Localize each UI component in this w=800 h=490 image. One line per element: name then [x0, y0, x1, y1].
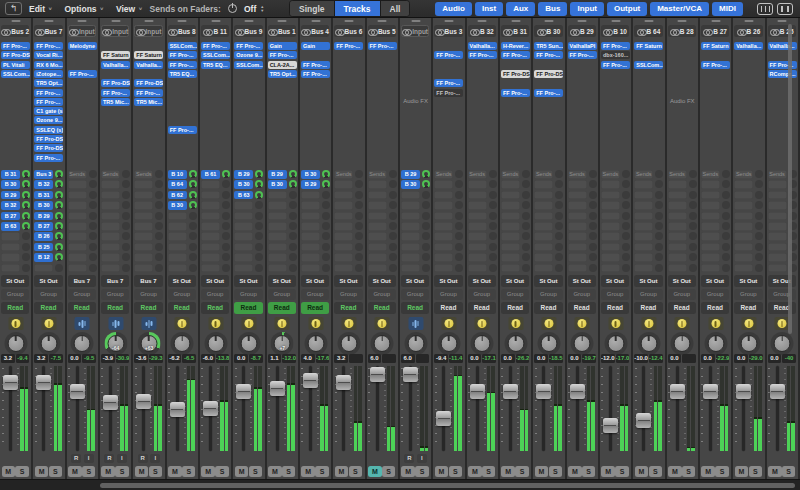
- plugin-slot[interactable]: FF Pro-...: [434, 89, 463, 97]
- plugin-slot[interactable]: FF Pro-...: [468, 51, 497, 59]
- plugin-slot[interactable]: H-Rever...: [501, 42, 530, 50]
- menu-view[interactable]: View∨: [116, 4, 143, 14]
- send-slot-empty[interactable]: [334, 243, 353, 252]
- plugin-slot[interactable]: FF Pro-...: [501, 89, 530, 97]
- send-slot-empty[interactable]: [101, 201, 120, 210]
- send-slot-empty[interactable]: [634, 232, 653, 241]
- send-slot-empty[interactable]: [101, 253, 120, 262]
- send-level-knob[interactable]: [55, 253, 63, 261]
- pan-knob[interactable]: [537, 332, 560, 355]
- peak-value[interactable]: -22.9: [716, 354, 730, 363]
- peak-value[interactable]: -9.4: [16, 354, 30, 363]
- send-slot-empty[interactable]: [301, 232, 320, 241]
- strip-name-header[interactable]: Input: [134, 25, 162, 37]
- send-slot-empty[interactable]: [334, 264, 353, 273]
- send-slot-empty[interactable]: [601, 232, 620, 241]
- plugin-slot[interactable]: FF Pro-...: [1, 42, 30, 50]
- fader-cap[interactable]: [370, 367, 385, 382]
- pan-knob[interactable]: +7: [271, 332, 294, 355]
- peak-value[interactable]: -6.5: [182, 354, 196, 363]
- solo-button[interactable]: S: [649, 466, 663, 477]
- send-slot-empty[interactable]: [434, 201, 453, 210]
- pan-knob[interactable]: [671, 332, 694, 355]
- send-slot-empty[interactable]: [101, 222, 120, 231]
- menu-edit[interactable]: Edit∨: [29, 4, 52, 14]
- strip-name-header[interactable]: Bus 4: [301, 25, 329, 37]
- pan-knob[interactable]: +63: [137, 332, 160, 355]
- output-slot[interactable]: St Out: [601, 275, 629, 287]
- pan-knob[interactable]: [404, 332, 427, 355]
- send-slot-empty[interactable]: [568, 201, 587, 210]
- send-slot-empty[interactable]: [701, 243, 720, 252]
- mute-button[interactable]: M: [268, 466, 282, 477]
- send-slot[interactable]: B 27: [34, 222, 53, 231]
- send-slot-empty[interactable]: [401, 253, 420, 262]
- send-slot-empty[interactable]: Sends: [701, 170, 720, 179]
- mute-button[interactable]: M: [301, 466, 315, 477]
- automation-mode[interactable]: Read: [334, 302, 362, 314]
- send-slot-empty[interactable]: Sends: [101, 170, 120, 179]
- strip-name-header[interactable]: Bus 1: [268, 25, 296, 37]
- strip-name-header[interactable]: Bus 2: [1, 25, 29, 37]
- send-slot[interactable]: B 30: [234, 180, 253, 189]
- peak-value[interactable]: -40: [782, 354, 796, 363]
- send-slot-empty[interactable]: [668, 222, 687, 231]
- send-slot-empty[interactable]: [468, 180, 487, 189]
- fader-cap[interactable]: [203, 401, 218, 416]
- solo-button[interactable]: S: [15, 466, 29, 477]
- filter-input[interactable]: Input: [570, 2, 604, 16]
- plugin-slot[interactable]: FF Pro-...: [168, 61, 197, 69]
- automation-mode[interactable]: Read: [168, 302, 196, 314]
- send-slot-empty[interactable]: [234, 232, 253, 241]
- send-slot-empty[interactable]: [601, 191, 620, 200]
- pan-knob[interactable]: [37, 332, 60, 355]
- fader-cap[interactable]: [36, 375, 51, 390]
- send-slot-empty[interactable]: [368, 191, 387, 200]
- volume-value[interactable]: 0.0: [234, 354, 248, 363]
- send-slot-empty[interactable]: [134, 191, 153, 200]
- send-slot-empty[interactable]: [768, 201, 787, 210]
- input-monitor-button[interactable]: I: [417, 454, 427, 463]
- send-slot-empty[interactable]: [701, 212, 720, 221]
- volume-value[interactable]: -9.4: [434, 354, 448, 363]
- audio-fx-placeholder[interactable]: Audio FX: [667, 98, 698, 104]
- send-slot-empty[interactable]: [434, 232, 453, 241]
- send-slot-empty[interactable]: [501, 201, 520, 210]
- pan-knob[interactable]: [771, 332, 794, 355]
- fader-cap[interactable]: [303, 373, 318, 388]
- automation-mode[interactable]: Read: [134, 302, 162, 314]
- send-slot-empty[interactable]: [134, 243, 153, 252]
- plugin-slot[interactable]: Gain: [268, 42, 297, 50]
- send-level-knob[interactable]: [322, 170, 330, 178]
- volume-value[interactable]: 6.0: [368, 354, 382, 363]
- plugin-slot[interactable]: SSLCom...: [234, 61, 263, 69]
- send-slot-empty[interactable]: [368, 253, 387, 262]
- record-enable-button[interactable]: R: [138, 454, 148, 463]
- mute-button[interactable]: M: [235, 466, 249, 477]
- plugin-slot[interactable]: FF Pro-...: [568, 51, 597, 59]
- send-slot-empty[interactable]: Sends: [368, 170, 387, 179]
- pan-knob[interactable]: [737, 332, 760, 355]
- plugin-slot[interactable]: Vocal Ri...: [34, 51, 63, 59]
- mute-button[interactable]: M: [368, 466, 382, 477]
- mute-button[interactable]: M: [468, 466, 482, 477]
- send-slot-empty[interactable]: [201, 191, 220, 200]
- plugin-slot[interactable]: FF Pro-DS: [34, 135, 63, 143]
- send-slot-empty[interactable]: [101, 243, 120, 252]
- strip-name-header[interactable]: B 28: [668, 25, 696, 37]
- volume-value[interactable]: -6.2: [168, 354, 182, 363]
- send-slot-empty[interactable]: [468, 243, 487, 252]
- fader-cap[interactable]: [103, 395, 118, 410]
- send-slot-empty[interactable]: [401, 232, 420, 241]
- peak-value[interactable]: -9.5: [82, 354, 96, 363]
- peak-value[interactable]: -17.6: [316, 354, 330, 363]
- pan-knob[interactable]: [171, 332, 194, 355]
- output-slot[interactable]: St Out: [368, 275, 396, 287]
- send-slot-empty[interactable]: [168, 253, 187, 262]
- strip-name-header[interactable]: B 32: [468, 25, 496, 37]
- send-slot-empty[interactable]: [168, 264, 187, 273]
- filter-audio[interactable]: Audio: [435, 2, 472, 16]
- plugin-slot[interactable]: Valhalla...: [468, 42, 497, 50]
- send-slot-empty[interactable]: [301, 253, 320, 262]
- plugin-slot[interactable]: TR5 Sun...: [534, 42, 563, 50]
